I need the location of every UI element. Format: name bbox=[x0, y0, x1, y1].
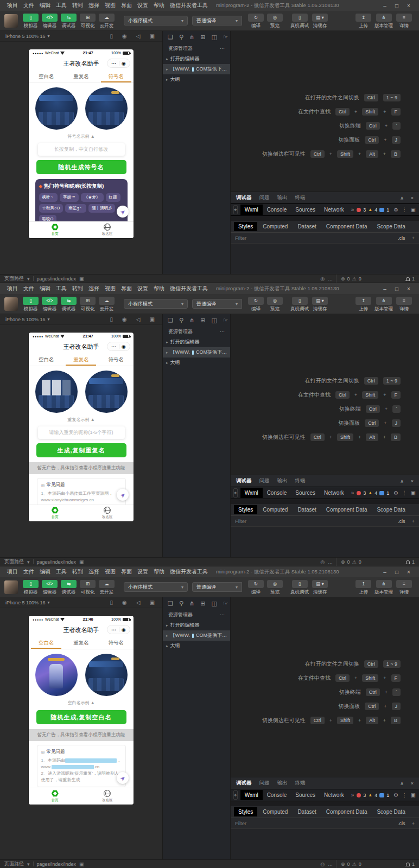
contact-fab[interactable]: ➤ bbox=[117, 489, 129, 501]
styles-tab-0[interactable]: Styles bbox=[234, 505, 257, 514]
minimize-button[interactable]: – bbox=[379, 569, 391, 575]
filter-input[interactable]: Filter bbox=[235, 820, 246, 826]
cloud-dev-button[interactable]: ☁云开发 bbox=[99, 297, 115, 311]
editor-layout-icon[interactable]: ◫ bbox=[211, 600, 217, 607]
cls-toggle[interactable]: .cls bbox=[398, 235, 405, 241]
panel-tab-2[interactable]: 输出 bbox=[277, 194, 288, 201]
contact-fab[interactable]: ➤ bbox=[117, 772, 129, 784]
menu-item[interactable]: 界面 bbox=[118, 285, 135, 292]
debugger-button[interactable]: ⇆调试器 bbox=[61, 580, 77, 595]
notification-count[interactable]: 1 bbox=[412, 861, 415, 867]
tabbar-item-home[interactable]: 首页 bbox=[29, 222, 81, 238]
tree-item[interactable]: ▸【WWW.COM提供下… bbox=[163, 347, 230, 358]
bell-icon[interactable] bbox=[406, 277, 410, 280]
device-debug-button[interactable]: ▯真机调试 bbox=[290, 14, 309, 28]
notification-count[interactable]: 1 bbox=[412, 276, 415, 282]
styles-tab-2[interactable]: Dataset bbox=[293, 807, 320, 816]
phone-tab-0[interactable]: 空白名 bbox=[29, 354, 64, 366]
more-icon[interactable]: … bbox=[328, 559, 333, 565]
warning-count[interactable]: 4 bbox=[374, 207, 377, 213]
info-count[interactable]: 1 bbox=[386, 207, 389, 213]
extensions-icon[interactable]: ⊞ bbox=[200, 600, 205, 607]
panel-tab-3[interactable]: 终端 bbox=[295, 780, 306, 787]
error-count[interactable]: 0 bbox=[347, 276, 350, 282]
panel-tab-1[interactable]: 问题 bbox=[259, 194, 270, 201]
filter-input[interactable]: Filter bbox=[235, 235, 246, 241]
maximize-button[interactable]: □ bbox=[391, 286, 403, 292]
symbol-chip[interactable]: 陌丨清明彡 bbox=[88, 204, 116, 213]
tabbar-item-rename-zone[interactable]: 改名区 bbox=[81, 505, 134, 521]
pointer-icon[interactable]: ☞ bbox=[223, 317, 228, 324]
menu-item[interactable]: 界面 bbox=[118, 2, 135, 9]
more-icon[interactable]: ••• bbox=[111, 628, 116, 631]
debugger-button[interactable]: ⇆调试器 bbox=[61, 14, 77, 28]
generate-button[interactable]: 生成,复制重复名 bbox=[36, 443, 126, 457]
files-icon[interactable]: ❏ bbox=[168, 34, 173, 41]
menu-item[interactable]: 帮助 bbox=[151, 2, 167, 9]
phone-tab-1[interactable]: 重复名 bbox=[64, 354, 98, 366]
menu-item[interactable]: 界面 bbox=[118, 568, 135, 576]
mode-select[interactable]: 小程序模式 ▾ bbox=[124, 16, 188, 25]
generate-button[interactable]: 随机生成符号名 bbox=[36, 160, 126, 174]
tree-item[interactable]: ▸【WWW.COM提供下… bbox=[163, 630, 230, 641]
symbol-chip[interactable]: ☆秋风○O bbox=[39, 204, 64, 213]
menu-item[interactable]: 项目 bbox=[4, 285, 21, 292]
source-control-icon[interactable]: ⋔ bbox=[189, 34, 194, 41]
panel-tab-1[interactable]: 问题 bbox=[259, 477, 270, 484]
close-panel-icon[interactable]: × bbox=[411, 195, 414, 201]
pointer-icon[interactable]: ☞ bbox=[223, 600, 228, 607]
panel-tab-0[interactable]: 调试器 bbox=[236, 194, 252, 201]
menu-item[interactable]: 项目 bbox=[4, 2, 21, 9]
styles-tab-4[interactable]: Scope Data bbox=[372, 807, 409, 816]
page-path-value[interactable]: pages/index/index bbox=[37, 861, 77, 867]
editor-button[interactable]: </>编辑器 bbox=[42, 580, 58, 595]
symbol-chip[interactable]: 《★梦》 bbox=[81, 193, 104, 202]
styles-tab-3[interactable]: Component Data bbox=[322, 222, 372, 231]
wechat-capsule[interactable]: ••• ◉ bbox=[107, 625, 130, 634]
menu-item[interactable]: 视图 bbox=[102, 285, 118, 292]
minimize-button[interactable]: – bbox=[379, 286, 391, 292]
editor-layout-icon[interactable]: ◫ bbox=[211, 34, 217, 41]
compile-button[interactable]: ↻编译 bbox=[248, 580, 264, 595]
search-icon[interactable]: ⚲ bbox=[179, 34, 183, 41]
compile-button[interactable]: ↻编译 bbox=[248, 297, 264, 311]
copy-icon[interactable]: ▣ bbox=[79, 559, 84, 565]
version-manage-button[interactable]: ⋔版本管理 bbox=[374, 580, 393, 595]
phone-tab-2[interactable]: 符号名 bbox=[99, 354, 134, 366]
dock-side-icon[interactable]: ▣ bbox=[410, 792, 415, 798]
devtools-tab-wxml[interactable]: Wxml bbox=[240, 205, 263, 215]
info-count[interactable]: 1 bbox=[386, 793, 389, 798]
devtools-tab-console[interactable]: Console bbox=[263, 488, 291, 498]
close-panel-icon[interactable]: × bbox=[411, 781, 414, 786]
styles-tab-2[interactable]: Dataset bbox=[293, 222, 320, 231]
clear-cache-button[interactable]: ▤ ▾清缓存 bbox=[312, 580, 328, 595]
sound-icon[interactable]: ◁ bbox=[136, 316, 141, 322]
more-icon[interactable]: … bbox=[328, 276, 333, 282]
panel-tab-3[interactable]: 终端 bbox=[295, 194, 306, 201]
phone-tab-0[interactable]: 空白名 bbox=[29, 637, 64, 649]
tabbar-item-home[interactable]: 首页 bbox=[29, 505, 81, 521]
tree-item[interactable]: ▸打开的编辑器 bbox=[163, 54, 230, 64]
page-path-label[interactable]: 页面路径 bbox=[4, 860, 24, 867]
clear-cache-button[interactable]: ▤ ▾清缓存 bbox=[312, 297, 328, 311]
page-path-label[interactable]: 页面路径 bbox=[4, 558, 24, 565]
avatar[interactable] bbox=[4, 297, 18, 311]
contact-fab[interactable]: ➤ bbox=[117, 206, 129, 218]
record-icon[interactable]: ◉ bbox=[122, 599, 127, 605]
compile-select[interactable]: 普通编译 ▾ bbox=[192, 299, 242, 309]
styles-tab-1[interactable]: Computed bbox=[258, 505, 292, 514]
close-capsule-icon[interactable]: ◉ bbox=[122, 344, 126, 349]
record-icon[interactable]: ◉ bbox=[122, 316, 127, 322]
symbol-chip[interactable]: 红颜 bbox=[106, 193, 120, 202]
more-actions-icon[interactable]: ⋯ bbox=[220, 46, 225, 51]
menu-item[interactable]: 编辑 bbox=[37, 568, 53, 576]
menu-item[interactable]: 微信开发者工具 bbox=[167, 568, 211, 576]
devtools-tab-sources[interactable]: Sources bbox=[291, 488, 320, 498]
device-debug-button[interactable]: ▯真机调试 bbox=[290, 297, 309, 311]
more-icon[interactable]: … bbox=[328, 861, 333, 867]
source-control-icon[interactable]: ⋔ bbox=[189, 317, 194, 324]
search-icon[interactable]: ⚲ bbox=[179, 317, 183, 324]
collapse-panel-icon[interactable]: ∧ bbox=[400, 781, 404, 786]
devtools-tab-wxml[interactable]: Wxml bbox=[240, 790, 263, 800]
example-caption[interactable]: 空白名示例 ▲ bbox=[67, 700, 94, 706]
